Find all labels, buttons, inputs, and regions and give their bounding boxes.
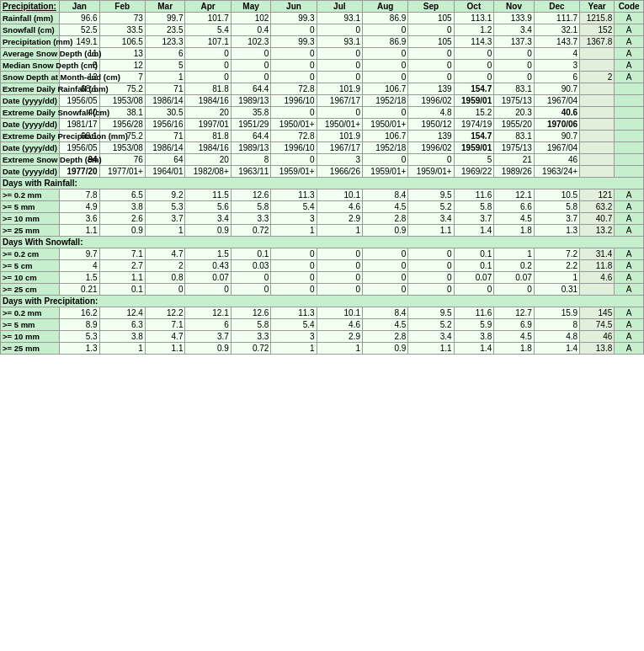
- table-cell: 1.8: [494, 343, 535, 355]
- table-cell: 0: [317, 48, 362, 60]
- table-cell: 0: [363, 154, 408, 166]
- table-cell: 0: [408, 272, 454, 284]
- table-cell: 1963/24+: [534, 166, 579, 178]
- table-cell: 4.5: [363, 201, 408, 213]
- col-header-apr: Apr: [185, 1, 231, 13]
- table-cell: 4.8: [408, 107, 454, 119]
- table-row: Extreme Daily Precipitation (mm)68.175.2…: [1, 131, 644, 142]
- table-cell: 1967/17: [317, 95, 362, 107]
- table-cell: 1953/08: [99, 142, 145, 154]
- table-cell: [615, 154, 644, 166]
- table-cell: 105: [408, 36, 454, 48]
- table-cell: 1977/01+: [99, 166, 145, 178]
- table-cell: 3.3: [231, 331, 271, 343]
- table-cell: 0: [231, 48, 271, 60]
- row-label: Extreme Daily Snowfall (cm): [1, 107, 60, 119]
- table-cell: 3.4: [408, 331, 454, 343]
- table-cell: 5.6: [185, 201, 231, 213]
- table-cell: 0.07: [454, 272, 494, 284]
- table-cell: 0: [271, 272, 317, 284]
- table-row: Rainfall (mm)96.67399.7101.710299.393.18…: [1, 13, 644, 24]
- table-cell: 0: [408, 60, 454, 72]
- table-cell: 0: [408, 72, 454, 83]
- table-cell: 9.2: [145, 189, 185, 201]
- table-cell: 0: [408, 284, 454, 296]
- table-cell: 0: [231, 60, 271, 72]
- table-cell: [580, 60, 615, 72]
- table-cell: 3.6: [60, 213, 100, 225]
- table-cell: 1967/04: [534, 142, 579, 154]
- table-cell: 0.07: [185, 272, 231, 284]
- table-cell: 64.4: [231, 83, 271, 95]
- precipitation-link[interactable]: Precipitation:: [3, 2, 56, 11]
- table-cell: 0: [363, 72, 408, 83]
- col-header-label[interactable]: Precipitation:: [1, 1, 60, 13]
- table-cell: 33.5: [99, 24, 145, 36]
- table-cell: 0.31: [534, 284, 579, 296]
- table-row: >= 0.2 cm9.77.14.71.50.100000.117.231.4A: [1, 248, 644, 260]
- table-cell: 16.2: [60, 307, 100, 319]
- table-row: Extreme Daily Rainfall (mm)68.175.27181.…: [1, 83, 644, 95]
- table-cell: 133.9: [494, 13, 535, 24]
- table-cell: 83.1: [494, 131, 535, 142]
- table-cell: 10.1: [317, 307, 362, 319]
- table-cell: 0.1: [231, 248, 271, 260]
- table-cell: 0: [317, 107, 362, 119]
- table-cell: 5.4: [185, 24, 231, 36]
- table-cell: 4: [60, 260, 100, 272]
- table-cell: 5.8: [534, 201, 579, 213]
- table-cell: 11.3: [271, 307, 317, 319]
- table-cell: 1956/05: [60, 95, 100, 107]
- table-cell: 1951/29: [231, 119, 271, 131]
- table-cell: 5.4: [271, 319, 317, 331]
- table-cell: 1955/20: [494, 119, 535, 131]
- table-cell: [580, 107, 615, 119]
- table-cell: 8: [534, 319, 579, 331]
- table-cell: 99.3: [271, 13, 317, 24]
- table-cell: 1.5: [185, 248, 231, 260]
- col-header-sep: Sep: [408, 1, 454, 13]
- table-cell: 8.4: [363, 307, 408, 319]
- table-cell: 1959/01+: [363, 166, 408, 178]
- table-cell: 73: [99, 13, 145, 24]
- table-cell: 64.4: [231, 131, 271, 142]
- table-cell: 30.5: [145, 107, 185, 119]
- table-cell: 1: [317, 343, 362, 355]
- col-header-oct: Oct: [454, 1, 494, 13]
- table-cell: 6.5: [99, 189, 145, 201]
- table-cell: 1986/14: [145, 95, 185, 107]
- table-row: Extreme Daily Snowfall (cm)4038.130.5203…: [1, 107, 644, 119]
- table-cell: 0: [185, 48, 231, 60]
- table-cell: 139: [408, 131, 454, 142]
- table-cell: 12.1: [185, 307, 231, 319]
- table-cell: 0: [494, 60, 535, 72]
- row-label: >= 5 mm: [1, 201, 60, 213]
- table-cell: 46: [534, 154, 579, 166]
- table-cell: 4.5: [494, 213, 535, 225]
- table-cell: 101.9: [317, 83, 362, 95]
- table-cell: 0.21: [60, 284, 100, 296]
- table-cell: 1997/01: [185, 119, 231, 131]
- table-cell: 86.9: [363, 13, 408, 24]
- table-cell: 5.3: [60, 331, 100, 343]
- table-cell: 113.1: [454, 13, 494, 24]
- table-cell: 101.9: [317, 131, 362, 142]
- table-cell: [615, 95, 644, 107]
- table-cell: 23.5: [145, 24, 185, 36]
- table-cell: 2.8: [363, 213, 408, 225]
- table-cell: 0: [145, 284, 185, 296]
- table-cell: A: [615, 272, 644, 284]
- col-header-nov: Nov: [494, 1, 535, 13]
- table-cell: 3.7: [145, 213, 185, 225]
- row-label: >= 5 cm: [1, 260, 60, 272]
- table-cell: 0: [185, 60, 231, 72]
- table-cell: 0: [408, 260, 454, 272]
- table-cell: 1950/01+: [271, 119, 317, 131]
- table-row: Date (yyyy/dd)1981/171956/281956/161997/…: [1, 119, 644, 131]
- table-row: Days with Rainfall:: [1, 178, 644, 189]
- table-cell: 6.3: [99, 319, 145, 331]
- table-cell: 106.5: [99, 36, 145, 48]
- table-cell: 0: [185, 284, 231, 296]
- table-cell: 0: [408, 48, 454, 60]
- table-cell: 1.1: [408, 343, 454, 355]
